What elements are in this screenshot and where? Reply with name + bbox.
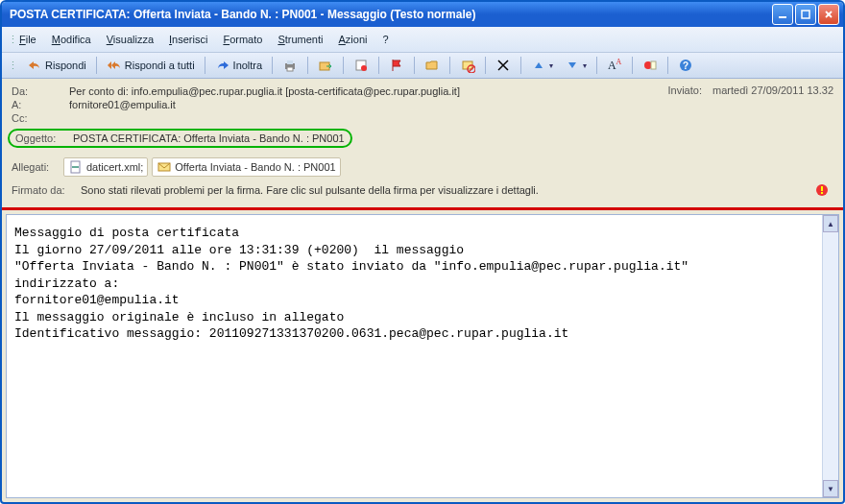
window-title: POSTA CERTIFICATA: Offerta Inviata - Ban… bbox=[10, 8, 770, 21]
arrow-down-icon bbox=[565, 58, 580, 73]
message-body[interactable]: Messaggio di posta certificata Il giorno… bbox=[7, 215, 838, 352]
arrow-up-icon bbox=[531, 58, 546, 73]
subject-label: Oggetto: bbox=[15, 132, 73, 144]
forward-label: Inoltra bbox=[233, 60, 263, 71]
menu-help[interactable]: ? bbox=[374, 32, 396, 47]
svg-text:?: ? bbox=[683, 60, 688, 71]
toolbar-separator bbox=[520, 57, 521, 74]
subject-value: POSTA CERTIFICATA: Offerta Inviata - Ban… bbox=[73, 132, 345, 144]
toolbar-separator bbox=[596, 57, 597, 74]
font-size-button[interactable]: AA bbox=[602, 55, 627, 76]
signed-by-label: Firmato da: bbox=[12, 184, 81, 196]
message-body-pane: Messaggio di posta certificata Il giorno… bbox=[6, 214, 839, 498]
print-icon bbox=[282, 58, 298, 73]
subject-highlight: Oggetto: POSTA CERTIFICATA: Offerta Invi… bbox=[8, 129, 352, 148]
menu-file[interactable]: File bbox=[12, 32, 44, 47]
attachment-item[interactable]: Offerta Inviata - Bando N. : PN001 bbox=[152, 157, 340, 177]
svg-rect-23 bbox=[821, 186, 823, 191]
reply-icon bbox=[27, 58, 42, 73]
prev-item-button[interactable]: ▾ bbox=[526, 55, 558, 76]
scroll-up-button[interactable]: ▲ bbox=[823, 215, 838, 232]
reply-all-button[interactable]: Rispondi a tutti bbox=[102, 55, 200, 76]
toolbar-separator bbox=[632, 57, 633, 74]
move-folder-button[interactable] bbox=[313, 55, 338, 76]
toolbar-separator bbox=[667, 57, 668, 74]
folder-open-icon bbox=[424, 58, 440, 73]
toolbar-separator bbox=[414, 57, 415, 74]
toolbar-separator bbox=[272, 57, 273, 74]
sent-value: martedì 27/09/2011 13.32 bbox=[712, 84, 833, 96]
forward-button[interactable]: Inoltra bbox=[210, 55, 268, 76]
folder-move-icon bbox=[318, 58, 333, 73]
titlebar: POSTA CERTIFICATA: Offerta Inviata - Ban… bbox=[2, 2, 843, 27]
reply-all-icon bbox=[107, 58, 122, 73]
menu-inserisci[interactable]: Inserisci bbox=[161, 32, 215, 47]
vertical-scrollbar[interactable]: ▲ ▼ bbox=[822, 215, 838, 497]
svg-rect-24 bbox=[821, 192, 823, 194]
signature-warning-icon[interactable] bbox=[814, 182, 830, 198]
delete-button[interactable] bbox=[491, 55, 516, 76]
rules-icon bbox=[353, 58, 369, 73]
toolbar-separator bbox=[307, 57, 308, 74]
attachment-name: Offerta Inviata - Bando N. : PN001 bbox=[175, 161, 335, 173]
to-value: fornitore01@empulia.it bbox=[69, 99, 833, 110]
junk-button[interactable] bbox=[455, 55, 480, 76]
svg-rect-0 bbox=[779, 16, 786, 18]
svg-rect-6 bbox=[287, 67, 293, 71]
to-label: A: bbox=[12, 99, 69, 110]
signature-button[interactable] bbox=[638, 55, 663, 76]
toolbar: ⋮ Rispondi Rispondi a tutti Inoltra ▾ bbox=[2, 53, 843, 79]
reply-all-label: Rispondi a tutti bbox=[125, 60, 195, 71]
menu-strumenti[interactable]: Strumenti bbox=[270, 32, 330, 47]
svg-rect-20 bbox=[72, 166, 79, 168]
close-button[interactable] bbox=[818, 4, 839, 25]
menubar: ⋮ File Modifica Visualizza Inserisci For… bbox=[2, 27, 843, 53]
mail-file-icon bbox=[157, 159, 172, 175]
flag-icon bbox=[389, 58, 404, 73]
help-icon: ? bbox=[678, 58, 693, 73]
signature-alert-bar bbox=[2, 207, 843, 210]
toolbar-separator bbox=[205, 57, 205, 74]
delete-icon bbox=[495, 58, 511, 73]
help-button[interactable]: ? bbox=[673, 55, 698, 76]
scroll-down-button[interactable]: ▼ bbox=[823, 480, 838, 497]
sent-label: Inviato: bbox=[667, 84, 701, 96]
junk-icon bbox=[460, 58, 475, 73]
reply-label: Rispondi bbox=[45, 60, 86, 71]
attachment-item[interactable]: daticert.xml; bbox=[63, 157, 148, 177]
menu-modifica[interactable]: Modifica bbox=[44, 32, 99, 47]
toolbar-separator bbox=[96, 57, 97, 74]
attachment-name: daticert.xml; bbox=[86, 161, 143, 173]
cc-label: Cc: bbox=[12, 112, 69, 124]
svg-point-9 bbox=[361, 65, 367, 71]
next-item-button[interactable]: ▾ bbox=[560, 55, 592, 76]
xml-file-icon bbox=[68, 159, 84, 175]
signed-by-value: Sono stati rilevati problemi per la firm… bbox=[81, 184, 539, 196]
toolbar-separator bbox=[378, 57, 379, 74]
from-value: Per conto di: info.empulia@pec.rupar.pug… bbox=[69, 85, 667, 97]
minimize-button[interactable] bbox=[772, 4, 793, 25]
message-window: POSTA CERTIFICATA: Offerta Inviata - Ban… bbox=[0, 0, 845, 504]
flag-button[interactable] bbox=[384, 55, 409, 76]
attachments-label: Allegati: bbox=[12, 161, 60, 173]
toolbar-separator bbox=[485, 57, 486, 74]
menu-formato[interactable]: Formato bbox=[215, 32, 270, 47]
menu-visualizza[interactable]: Visualizza bbox=[99, 32, 161, 47]
toolbar-separator bbox=[449, 57, 450, 74]
forward-icon bbox=[215, 58, 230, 73]
signature-icon bbox=[642, 58, 658, 73]
print-button[interactable] bbox=[278, 55, 302, 76]
maximize-button[interactable] bbox=[795, 4, 816, 25]
font-size-icon: AA bbox=[607, 58, 622, 73]
rules-button[interactable] bbox=[349, 55, 374, 76]
reply-button[interactable]: Rispondi bbox=[22, 55, 91, 76]
svg-rect-5 bbox=[287, 60, 293, 64]
svg-rect-1 bbox=[802, 11, 809, 18]
svg-rect-16 bbox=[651, 61, 656, 69]
open-folder-button[interactable] bbox=[420, 55, 445, 76]
toolbar-separator bbox=[343, 57, 344, 74]
from-label: Da: bbox=[12, 85, 69, 97]
menu-azioni[interactable]: Azioni bbox=[330, 32, 374, 47]
message-headers: Da: Per conto di: info.empulia@pec.rupar… bbox=[2, 79, 843, 207]
